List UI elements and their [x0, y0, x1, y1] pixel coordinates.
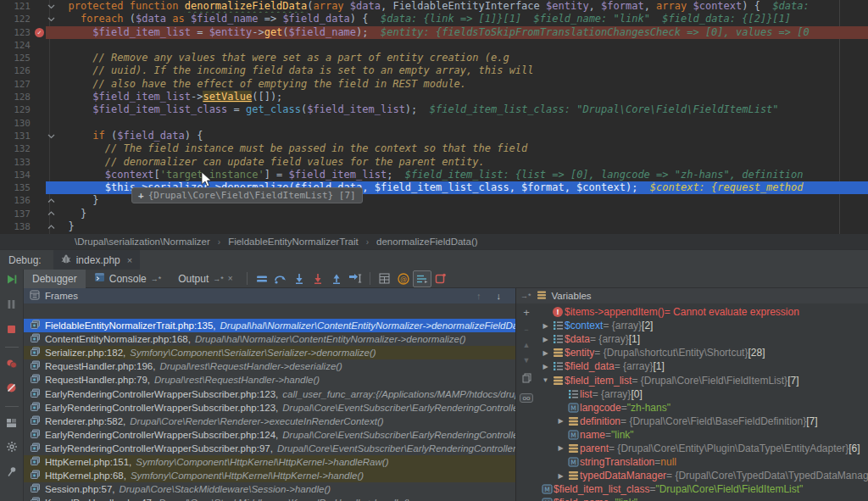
gutter-cell[interactable] — [34, 103, 46, 116]
gutter-cell[interactable] — [34, 64, 46, 77]
mute-breakpoints-icon[interactable] — [6, 381, 17, 397]
breakpoint-icon[interactable]: ✓ — [35, 28, 44, 37]
code-line-136[interactable]: 136 } — [0, 194, 868, 207]
debug-session-tab[interactable]: index.php × — [53, 250, 140, 270]
gutter-cell[interactable] — [34, 0, 46, 13]
breadcrumb-item[interactable]: FieldableEntityNormalizerTrait — [228, 237, 359, 247]
stack-frame-row[interactable]: Renderer.php:582,Drupal\Core\Render\Rend… — [24, 415, 515, 428]
variable-row[interactable]: ▶$data = {array} [1] — [537, 332, 868, 346]
code-line-131[interactable]: 131 if ($field_data) { — [0, 130, 868, 142]
restore-layout-icon[interactable] — [6, 416, 17, 431]
step-into-icon[interactable] — [290, 270, 309, 288]
break-at-first-line-icon[interactable] — [431, 270, 450, 288]
gutter-cell[interactable] — [34, 52, 46, 64]
view-breakpoints-icon[interactable] — [6, 357, 18, 372]
code-line-128[interactable]: 128 $field_item_list->setValue([]); — [0, 91, 868, 103]
evaluate-icon[interactable]: oo — [520, 393, 534, 403]
stack-frame-row[interactable]: RequestHandler.php:196,Drupal\rest\Reque… — [24, 359, 515, 373]
variable-row[interactable]: ▶$context = {array} [2] — [537, 319, 868, 332]
variable-row[interactable]: ▼$field_item_list = {Drupal\Core\Field\F… — [537, 373, 868, 387]
tab-console[interactable]: Console→* — [86, 270, 170, 288]
gutter-cell[interactable] — [34, 117, 46, 130]
variable-row[interactable]: ▶$field_data = {array} [1] — [537, 359, 868, 373]
code-line-134[interactable]: 134 $context['target_instance'] = $field… — [0, 169, 868, 181]
code-line-125[interactable]: 125 // Remove any values that were set a… — [0, 52, 868, 64]
code-line-133[interactable]: 133 // denormalizer can update field val… — [0, 156, 868, 169]
variable-row[interactable]: MstringTranslation = null — [537, 455, 868, 469]
settings-icon[interactable] — [6, 441, 18, 456]
expand-icon[interactable]: ▶ — [540, 336, 551, 343]
next-frame-icon[interactable]: ↓ — [497, 292, 502, 301]
pause-icon[interactable] — [7, 298, 16, 313]
fold-close-icon[interactable] — [46, 194, 56, 207]
breadcrumb-item[interactable]: \Drupal\serialization\Normalizer — [75, 237, 210, 247]
gutter-cell[interactable] — [34, 91, 46, 103]
gutter-cell[interactable] — [34, 220, 46, 233]
variable-row[interactable]: M$field_name = "link" — [537, 496, 868, 501]
code-line-132[interactable]: 132 // The field instance must be passed… — [0, 142, 868, 155]
code-line-138[interactable]: 138 } — [0, 220, 868, 233]
expand-icon[interactable]: ▶ — [540, 322, 551, 330]
force-step-into-icon[interactable] — [309, 270, 327, 288]
breadcrumb-item[interactable]: denormalizeFieldData() — [376, 237, 478, 247]
view-grid-icon[interactable] — [376, 270, 394, 288]
stack-frame-row[interactable]: KernelPreHandle.php:47,Drupal\Core\Stack… — [24, 496, 515, 501]
stack-frame-row[interactable]: RequestHandler.php:79,Drupal\rest\Reques… — [24, 373, 515, 387]
copy-value-icon[interactable] — [522, 371, 531, 387]
code-line-122[interactable]: 122 foreach ($data as $field_name => $fi… — [0, 13, 868, 25]
gutter-cell[interactable] — [34, 130, 46, 142]
stack-frame-row[interactable]: EarlyRenderingControllerWrapperSubscribe… — [24, 401, 515, 415]
close-tab-icon[interactable]: × — [228, 274, 233, 283]
stack-frame-row[interactable]: EarlyRenderingControllerWrapperSubscribe… — [24, 442, 515, 455]
threads-view-icon[interactable] — [413, 270, 431, 287]
variable-row[interactable]: ▶typedDataManager = {Drupal\Core\TypedDa… — [537, 469, 868, 482]
stack-frame-row[interactable]: EarlyRenderingControllerWrapperSubscribe… — [24, 428, 515, 442]
code-line-129[interactable]: 129 $field_item_list_class = get_class($… — [0, 103, 868, 116]
gutter-cell[interactable] — [34, 39, 46, 52]
stack-frame-row[interactable]: HttpKernel.php:68,Symfony\Component\Http… — [24, 469, 515, 482]
variable-row[interactable]: ▶definition = {Drupal\Core\Field\BaseFie… — [537, 415, 868, 428]
gutter-cell[interactable] — [34, 169, 46, 181]
fold-close-icon[interactable] — [46, 220, 56, 233]
show-execution-point-icon[interactable] — [253, 270, 271, 288]
stack-frame-row[interactable]: ContentEntityNormalizer.php:168,Drupal\h… — [24, 332, 515, 346]
move-up-icon[interactable]: ▲ — [523, 341, 531, 349]
step-over-icon[interactable] — [271, 270, 290, 288]
gutter-cell[interactable] — [34, 13, 46, 25]
fold-open-icon[interactable] — [46, 13, 56, 25]
add-watch-icon[interactable]: + — [523, 306, 530, 319]
variable-row[interactable]: ▶parent = {Drupal\Core\Entity\Plugin\Dat… — [537, 442, 868, 455]
stop-icon[interactable] — [7, 322, 16, 337]
stack-frame-row[interactable]: Session.php:57,Drupal\Core\StackMiddlewa… — [24, 482, 515, 496]
previous-frame-icon[interactable]: ↑ — [476, 292, 481, 301]
code-editor[interactable]: 121 protected function denormalizeFieldD… — [0, 0, 868, 234]
run-to-cursor-icon[interactable] — [346, 270, 364, 288]
code-line-126[interactable]: 126 // uuid). If the incoming field data… — [0, 64, 868, 77]
expand-icon[interactable]: ▶ — [540, 363, 551, 370]
code-line-135[interactable]: 135 $this->serializer->denormalize($fiel… — [0, 181, 868, 194]
stack-frame-row[interactable]: HttpKernel.php:151,Symfony\Component\Htt… — [24, 455, 515, 469]
expand-icon[interactable]: ▶ — [555, 472, 566, 480]
close-tab-icon[interactable]: × — [127, 255, 132, 265]
php-settings-icon[interactable]: @ — [394, 270, 413, 288]
collapse-icon[interactable]: ▼ — [540, 376, 551, 384]
variable-row[interactable]: list = {array} [0] — [537, 387, 868, 401]
fold-open-icon[interactable] — [46, 0, 56, 13]
code-line-130[interactable]: 130 — [0, 117, 868, 130]
breakpoint-gutter[interactable]: ✓ — [34, 26, 46, 39]
variable-row[interactable]: Mlangcode = "zh-hans" — [537, 401, 868, 415]
expand-icon[interactable]: ▶ — [555, 417, 566, 425]
remove-watch-icon[interactable]: − — [524, 326, 528, 334]
fold-close-icon[interactable] — [46, 208, 56, 220]
variable-row[interactable]: Mname = "link" — [537, 428, 868, 442]
code-line-127[interactable]: 127 // also have the effect of emptying … — [0, 78, 868, 91]
variable-row[interactable]: ▶$entity = {Drupal\shortcut\Entity\Short… — [537, 346, 868, 359]
stack-frame-row[interactable]: EarlyRenderingControllerWrapperSubscribe… — [24, 387, 515, 400]
resume-icon[interactable] — [6, 273, 17, 288]
variable-row[interactable]: !$items->appendItem() = Cannot evaluate … — [537, 305, 868, 319]
gutter-cell[interactable] — [34, 194, 46, 207]
tab-debugger[interactable]: Debugger — [24, 270, 86, 288]
fold-open-icon[interactable] — [46, 130, 56, 142]
expand-value-icon[interactable]: + — [138, 190, 144, 201]
stack-frame-row[interactable]: Serializer.php:182,Symfony\Component\Ser… — [24, 346, 515, 359]
